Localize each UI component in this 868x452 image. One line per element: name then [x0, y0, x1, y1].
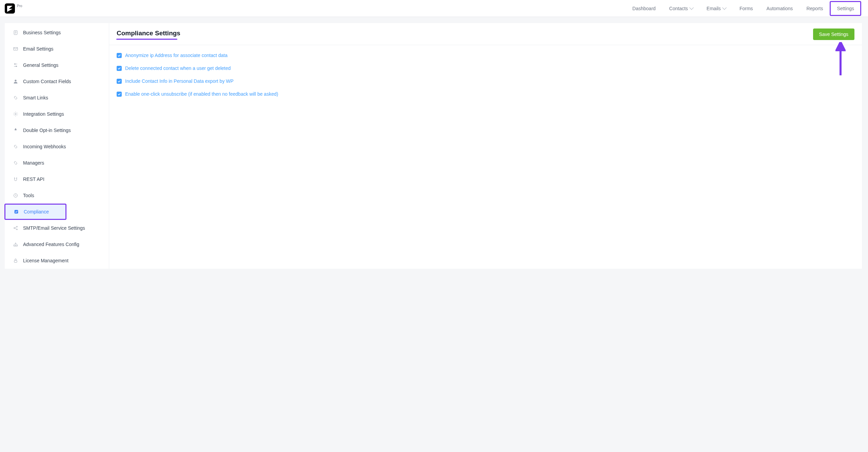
page-wrap: Business Settings Email Settings General… [0, 17, 868, 269]
options-list: Anonymize ip Address for associate conta… [109, 45, 862, 112]
top-bar: Pro Dashboard Contacts Emails Forms Auto… [0, 0, 868, 17]
mail-icon [13, 46, 18, 52]
sidebar-item-custom-fields[interactable]: Custom Contact Fields [5, 73, 109, 90]
sidebar-item-label: Double Opt-in Settings [23, 128, 71, 133]
sidebar-item-label: Smart Links [23, 95, 48, 100]
sidebar-item-license[interactable]: License Management [5, 252, 109, 269]
chevron-down-icon [689, 5, 694, 10]
sidebar-item-smart-links[interactable]: Smart Links [5, 90, 109, 106]
sidebar-item-incoming-webhooks[interactable]: Incoming Webhooks [5, 138, 109, 155]
sidebar-item-label: Business Settings [23, 30, 61, 35]
svg-rect-18 [14, 260, 17, 262]
sidebar-item-compliance[interactable]: Compliance [4, 204, 66, 220]
sidebar-item-smtp[interactable]: SMTP/Email Service Settings [5, 220, 109, 236]
svg-line-16 [15, 227, 16, 228]
sidebar-item-label: SMTP/Email Service Settings [23, 225, 85, 231]
gear-icon [13, 111, 18, 117]
svg-point-9 [15, 80, 16, 81]
nav-emails[interactable]: Emails [700, 0, 733, 17]
nav-settings[interactable]: Settings [830, 1, 861, 16]
link-icon [13, 160, 18, 166]
magnet-icon [13, 176, 18, 182]
page-title: Compliance Settings [117, 30, 180, 37]
nav-automations[interactable]: Automations [760, 0, 800, 17]
sidebar-item-label: Email Settings [23, 46, 53, 52]
svg-point-14 [17, 226, 18, 227]
user-icon [13, 79, 18, 84]
lock-icon [13, 258, 18, 263]
content-header: Compliance Settings Save Settings [109, 23, 862, 45]
chevron-down-icon [722, 5, 727, 10]
link-icon [13, 95, 18, 100]
option-include-export[interactable]: Include Contact Info in Personal Data ex… [117, 78, 854, 84]
checkbox-checked-icon[interactable] [117, 53, 122, 58]
sidebar-item-label: REST API [23, 176, 44, 182]
sidebar-item-label: Incoming Webhooks [23, 144, 66, 149]
svg-line-17 [15, 228, 16, 229]
pro-badge: Pro [17, 4, 22, 8]
sidebar-item-email[interactable]: Email Settings [5, 41, 109, 57]
svg-point-10 [15, 113, 16, 115]
option-one-click-unsub[interactable]: Enable one-click unsubscribe (if enabled… [117, 91, 854, 97]
nav-reports[interactable]: Reports [800, 0, 830, 17]
svg-point-13 [14, 228, 15, 229]
sliders-icon [13, 62, 18, 68]
option-label: Enable one-click unsubscribe (if enabled… [125, 91, 278, 97]
sidebar-item-label: License Management [23, 258, 68, 263]
sidebar-item-label: Custom Contact Fields [23, 79, 71, 84]
option-anonymize-ip[interactable]: Anonymize ip Address for associate conta… [117, 53, 854, 58]
checkbox-checked-icon[interactable] [117, 92, 122, 97]
sidebar-item-tools[interactable]: Tools [5, 187, 109, 204]
sidebar-item-label: Tools [23, 193, 34, 198]
sidebar: Business Settings Email Settings General… [5, 23, 109, 269]
svg-rect-12 [15, 210, 18, 214]
checkbox-checked-icon[interactable] [117, 79, 122, 84]
arrow-annotation [835, 42, 846, 75]
share-icon [13, 225, 18, 231]
pin-icon [13, 128, 18, 133]
sidebar-item-general[interactable]: General Settings [5, 57, 109, 73]
sidebar-item-label: Compliance [24, 209, 49, 214]
brand: Pro [5, 3, 22, 14]
sidebar-item-business[interactable]: Business Settings [5, 24, 109, 41]
sidebar-item-double-optin[interactable]: Double Opt-in Settings [5, 122, 109, 138]
svg-rect-4 [14, 48, 18, 50]
nav-dashboard[interactable]: Dashboard [626, 0, 663, 17]
nav-contacts[interactable]: Contacts [663, 0, 700, 17]
clock-icon [13, 193, 18, 198]
svg-point-15 [17, 229, 18, 230]
title-underline-annotation [116, 39, 177, 40]
app-logo-icon [5, 3, 15, 14]
option-delete-contact[interactable]: Delete connected contact when a user get… [117, 65, 854, 71]
page-title-wrap: Compliance Settings [117, 30, 180, 39]
option-label: Anonymize ip Address for associate conta… [125, 53, 228, 58]
document-icon [13, 30, 18, 35]
sidebar-item-managers[interactable]: Managers [5, 155, 109, 171]
checkbox-checked-icon[interactable] [117, 66, 122, 71]
top-nav: Dashboard Contacts Emails Forms Automati… [626, 0, 861, 17]
sidebar-item-label: General Settings [23, 62, 58, 68]
sidebar-item-advanced[interactable]: Advanced Features Config [5, 236, 109, 252]
content: Compliance Settings Save Settings Anonym… [109, 23, 862, 269]
sidebar-item-label: Integration Settings [23, 111, 64, 117]
sidebar-item-label: Advanced Features Config [23, 242, 79, 247]
nav-forms[interactable]: Forms [733, 0, 760, 17]
check-square-icon [14, 209, 19, 214]
link-icon [13, 144, 18, 149]
option-label: Delete connected contact when a user get… [125, 65, 231, 71]
sidebar-item-integration[interactable]: Integration Settings [5, 106, 109, 122]
inbox-icon [13, 242, 18, 247]
option-label: Include Contact Info in Personal Data ex… [125, 78, 234, 84]
sidebar-item-rest-api[interactable]: REST API [5, 171, 109, 187]
sidebar-item-label: Managers [23, 160, 44, 166]
save-settings-button[interactable]: Save Settings [813, 29, 854, 40]
